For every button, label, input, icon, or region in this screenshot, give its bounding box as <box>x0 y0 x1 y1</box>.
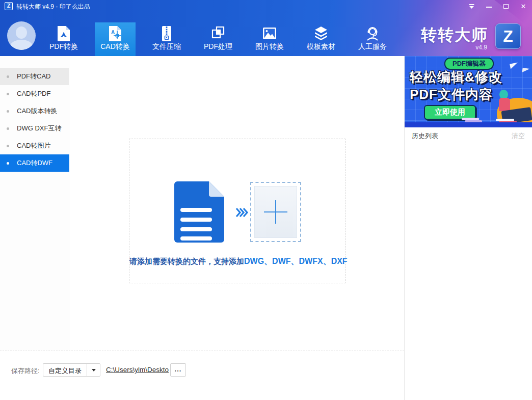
footer-bar: 保存路径: 自定义目录 C:\Users\ylm\Deskto ... <box>0 351 404 400</box>
brand-name: 转转大师 <box>421 24 488 46</box>
save-path-link[interactable]: C:\Users\ylm\Deskto <box>106 366 169 374</box>
browse-folder-button[interactable]: ... <box>170 363 186 377</box>
directory-type-select[interactable]: 自定义目录 <box>43 363 100 377</box>
right-panel: PDF编辑器 轻松编辑&修改 PDF文件内容 立即使用 历史列表 清空 <box>404 56 532 400</box>
window-controls: ✕ <box>467 0 528 12</box>
sidebar-item-cad-to-image[interactable]: CAD转图片 <box>0 137 69 154</box>
hint-formats: DWG、DWF、DWFX、DXF <box>244 257 348 265</box>
triple-chevron-right-icon <box>235 207 249 218</box>
nav-tab-label: CAD转换 <box>95 42 136 51</box>
pdf-process-icon <box>210 25 226 42</box>
close-button[interactable]: ✕ <box>519 2 528 11</box>
main-content: 请添加需要转换的文件，支持添加DWG、DWF、DWFX、DXF <box>70 56 404 351</box>
nav-tab-label: 模板素材 <box>301 42 341 51</box>
window-title: 转转大师 v4.9 - 印了么出品 <box>16 3 90 11</box>
nav-tab-file-compress[interactable]: 文件压缩 <box>146 22 187 56</box>
image-convert-icon <box>261 25 278 42</box>
nav-tab-label: 图片转换 <box>249 42 290 51</box>
sidebar-item-dwg-dxf-convert[interactable]: DWG DXF互转 <box>0 120 69 137</box>
laptop-illustration <box>501 107 532 124</box>
maximize-button[interactable] <box>501 2 511 11</box>
bullet-dot-icon <box>7 162 9 165</box>
sidebar-item-cad-to-dwf[interactable]: CAD转DWF <box>0 154 69 172</box>
sidebar-item-pdf-to-cad[interactable]: PDF转CAD <box>0 68 69 85</box>
sidebar-item-cad-to-pdf[interactable]: CAD转PDF <box>0 85 69 102</box>
book-illustration <box>496 119 514 121</box>
select-arrow-zone[interactable] <box>87 364 100 376</box>
bullet-dot-icon <box>7 75 9 78</box>
user-avatar[interactable] <box>7 21 36 50</box>
customer-service-icon <box>364 25 381 42</box>
banner-bottom-strip <box>405 122 532 127</box>
dropzone-hint: 请添加需要转换的文件，支持添加DWG、DWF、DWFX、DXF <box>129 256 345 267</box>
nav-tab-cad-convert[interactable]: A CAD转换 <box>95 22 136 56</box>
bullet-dot-icon <box>7 145 9 147</box>
app-logo-icon: Z <box>5 2 13 10</box>
brand-z-logo-icon: Z <box>495 23 521 49</box>
template-material-icon <box>313 25 329 42</box>
titlebar: Z 转转大师 v4.9 - 印了么出品 ✕ <box>0 0 532 12</box>
caret-down-icon <box>92 369 96 371</box>
pdf-editor-ad-banner[interactable]: PDF编辑器 轻松编辑&修改 PDF文件内容 立即使用 <box>405 56 532 127</box>
nav-tab-customer-service[interactable]: 人工服务 <box>352 22 393 56</box>
avatar-head-shape <box>16 26 27 39</box>
paper-plane-icon <box>510 62 519 69</box>
directory-type-value: 自定义目录 <box>48 366 82 376</box>
svg-text:A: A <box>111 30 115 35</box>
ad-headline-2: PDF文件内容 <box>410 86 493 103</box>
nav-tab-label: 文件压缩 <box>146 42 187 51</box>
nav-tab-pdf-convert[interactable]: PDF转换 <box>43 22 84 56</box>
menu-caret-icon[interactable] <box>467 2 476 11</box>
add-file-button[interactable] <box>250 182 301 242</box>
paper-plane-icon <box>522 68 529 73</box>
brand-block: 转转大师 v4.9 Z <box>414 23 521 53</box>
ad-cta-button[interactable]: 立即使用 <box>424 105 476 120</box>
history-clear-button[interactable]: 清空 <box>512 131 525 141</box>
nav-tab-label: PDF转换 <box>43 42 84 51</box>
brand-version: v4.9 <box>475 44 487 51</box>
person-illustration <box>499 98 510 111</box>
ad-headline-1: 轻松编辑&修改 <box>410 68 502 86</box>
bullet-dot-icon <box>7 110 9 113</box>
history-title: 历史列表 <box>412 131 438 141</box>
document-icon <box>173 181 224 243</box>
sidebar-item-cad-version-convert[interactable]: CAD版本转换 <box>0 102 69 120</box>
sidebar: PDF转CAD CAD转PDF CAD版本转换 DWG DXF互转 CAD转图片… <box>0 56 69 351</box>
cad-convert-icon: A <box>107 25 123 42</box>
file-dropzone[interactable]: 请添加需要转换的文件，支持添加DWG、DWF、DWFX、DXF <box>129 139 345 283</box>
bullet-dot-icon <box>7 127 9 130</box>
person-illustration <box>499 90 508 99</box>
plus-icon <box>264 200 287 224</box>
pdf-convert-icon <box>56 25 72 42</box>
nav-tab-image-convert[interactable]: 图片转换 <box>249 22 290 56</box>
history-header: 历史列表 清空 <box>405 127 532 143</box>
nav-tab-template-material[interactable]: 模板素材 <box>301 22 341 56</box>
minimize-button[interactable] <box>484 2 493 11</box>
file-compress-icon <box>158 25 175 42</box>
bullet-dot-icon <box>7 93 9 95</box>
hint-text: 请添加需要转换的文件，支持添加 <box>129 257 244 265</box>
app-window: Z 转转大师 v4.9 - 印了么出品 ✕ <box>0 0 532 400</box>
avatar-body-shape <box>10 40 33 50</box>
save-path-label: 保存路径: <box>11 366 40 376</box>
nav-tab-pdf-process[interactable]: PDF处理 <box>198 22 238 56</box>
header: Z 转转大师 v4.9 - 印了么出品 ✕ <box>0 0 532 56</box>
nav-tab-label: PDF处理 <box>198 42 238 51</box>
nav-tab-label: 人工服务 <box>352 42 393 51</box>
